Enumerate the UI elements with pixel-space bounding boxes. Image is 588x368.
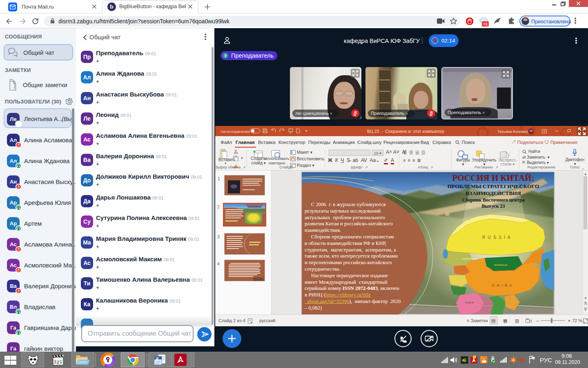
svg-text:3: 3 bbox=[54, 359, 56, 364]
svg-text:2: 2 bbox=[57, 360, 59, 365]
svg-text:MONGOLIA: MONGOLIA bbox=[494, 264, 508, 266]
svg-text:INDIA: INDIA bbox=[465, 301, 474, 304]
svg-text:1: 1 bbox=[60, 359, 62, 364]
svg-text:KAZAKHSTAN: KAZAKHSTAN bbox=[462, 258, 478, 260]
svg-text:+1: +1 bbox=[483, 22, 488, 26]
svg-text:W: W bbox=[156, 357, 159, 360]
svg-text:C H I N A: C H I N A bbox=[492, 283, 512, 287]
svg-text:R U S S I A: R U S S I A bbox=[482, 235, 511, 240]
